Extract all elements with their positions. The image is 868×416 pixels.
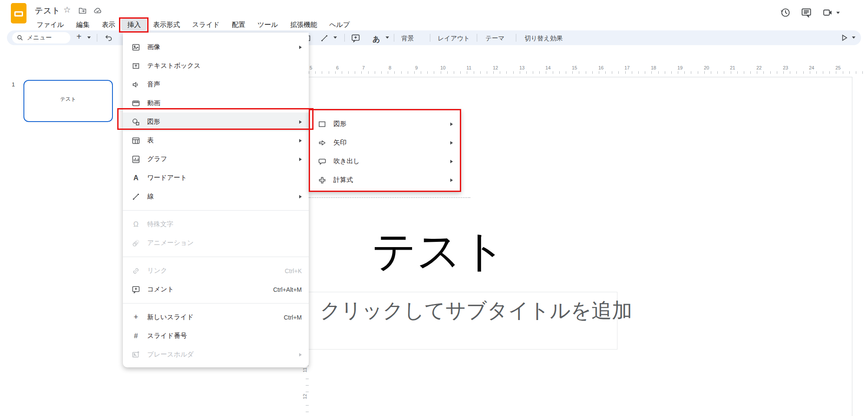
search-menus-button[interactable]: メニュー (12, 32, 70, 43)
ruler-number: 10 (440, 65, 446, 70)
menubar-edit[interactable]: 編集 (70, 19, 96, 30)
menubar-help[interactable]: ヘルプ (323, 19, 356, 30)
input-tools-caret-icon[interactable] (386, 36, 389, 39)
square-shape-icon (318, 120, 327, 129)
shortcut-label: Ctrl+K (285, 267, 302, 274)
layout-button[interactable]: レイアウト (438, 34, 470, 43)
version-history-icon[interactable] (780, 7, 791, 18)
ruler-number: 13 (519, 65, 525, 70)
vertical-ruler-number: 12 (302, 392, 307, 401)
slides-logo-icon (11, 3, 26, 23)
menubar-view[interactable]: 表示 (96, 19, 121, 30)
line-tool-icon[interactable] (320, 34, 329, 43)
theme-button[interactable]: テーマ (485, 34, 505, 43)
menu-item-image[interactable]: 画像 (123, 38, 309, 56)
ruler-number: 9 (415, 65, 418, 70)
menubar-insert[interactable]: 挿入 (121, 19, 147, 30)
menu-item-comment[interactable]: コメント Ctrl+Alt+M (123, 280, 309, 299)
undo-icon[interactable] (104, 33, 113, 42)
shapes-submenu: 図形 矢印 吹き出し 計算式 (309, 109, 461, 192)
comments-icon[interactable] (801, 7, 812, 18)
add-comment-icon[interactable] (351, 33, 360, 43)
document-title[interactable]: テスト (35, 5, 60, 17)
menu-item-slide-number[interactable]: # スライド番号 (123, 327, 309, 345)
submenu-arrow-icon (299, 158, 302, 161)
menu-item-chart[interactable]: グラフ (123, 150, 309, 168)
menu-item-table[interactable]: 表 (123, 131, 309, 150)
slide-thumbnail[interactable]: テスト (23, 80, 113, 122)
menu-separator (123, 257, 309, 257)
submenu-item-callouts[interactable]: 吹き出し (310, 152, 460, 171)
menubar-format[interactable]: 表示形式 (147, 19, 186, 30)
ruler-number: 14 (545, 65, 551, 70)
submenu-arrow-icon (299, 139, 302, 142)
menu-item-word-art[interactable]: A ワードアート (123, 168, 309, 187)
ruler-number: 19 (677, 65, 683, 70)
menubar-slide[interactable]: スライド (186, 19, 225, 30)
new-slide-caret-icon[interactable] (87, 36, 91, 39)
ruler-number: 11 (466, 65, 471, 70)
ruler-number: 16 (598, 65, 604, 70)
block-arrow-icon (318, 139, 327, 147)
horizontal-ruler (309, 71, 868, 74)
submenu-item-arrows[interactable]: 矢印 (310, 133, 460, 152)
table-icon (132, 136, 140, 145)
callout-icon (318, 157, 327, 166)
ruler-number: 18 (651, 65, 656, 70)
chart-icon (132, 155, 140, 164)
menu-bar: ファイル 編集 表示 挿入 表示形式 スライド 配置 ツール 拡張機能 ヘルプ (30, 18, 356, 30)
menubar-extensions[interactable]: 拡張機能 (284, 19, 323, 30)
menubar-arrange[interactable]: 配置 (226, 19, 251, 30)
pointer-mode-caret-icon[interactable] (852, 36, 855, 39)
move-folder-icon[interactable] (78, 6, 87, 15)
submenu-arrow-icon (299, 120, 302, 124)
submenu-arrow-icon (299, 46, 302, 49)
text-box-icon (132, 62, 140, 70)
ruler-number: 12 (493, 65, 498, 70)
menubar-tools[interactable]: ツール (251, 19, 284, 30)
shapes-icon (132, 118, 140, 126)
menubar-file[interactable]: ファイル (30, 19, 70, 30)
subtitle-placeholder-text[interactable]: クリックしてサブタイトルを追加 (320, 297, 632, 324)
star-icon[interactable]: ☆ (63, 5, 71, 15)
ruler-number: 7 (362, 65, 365, 70)
ruler-number: 5 (310, 65, 312, 70)
animation-icon (132, 239, 140, 248)
menu-item-shape[interactable]: 図形 (123, 112, 309, 131)
audio-icon (132, 80, 140, 89)
ruler-number: 17 (624, 65, 630, 70)
camera-dropdown-caret-icon[interactable] (836, 12, 840, 14)
input-tools-button[interactable]: あ (373, 34, 380, 44)
slide-title-text[interactable]: テスト (309, 222, 569, 281)
transition-button[interactable]: 切り替え効果 (525, 34, 563, 43)
ruler-number: 21 (730, 65, 735, 70)
cloud-status-icon[interactable] (93, 6, 102, 15)
link-icon (132, 267, 140, 275)
line-tool-caret-icon[interactable] (333, 36, 337, 39)
menu-item-new-slide[interactable]: + 新しいスライド Ctrl+M (123, 308, 309, 327)
menu-item-video[interactable]: 動画 (123, 94, 309, 112)
ruler-number: 15 (572, 65, 577, 70)
word-art-icon: A (132, 174, 140, 182)
pointer-mode-icon[interactable] (840, 33, 848, 42)
submenu-arrow-icon (450, 141, 453, 145)
submenu-item-shapes[interactable]: 図形 (310, 115, 460, 133)
menu-item-special-characters: Ω 特殊文字 (123, 215, 309, 234)
ruler-number: 23 (783, 65, 788, 70)
meet-camera-icon[interactable] (822, 7, 834, 18)
menu-item-text-box[interactable]: テキストボックス (123, 56, 309, 75)
menu-separator (123, 210, 309, 211)
menu-item-audio[interactable]: 音声 (123, 75, 309, 94)
shortcut-label: Ctrl+M (284, 314, 302, 321)
menu-item-line[interactable]: 線 (123, 187, 309, 206)
menu-item-link: リンク Ctrl+K (123, 261, 309, 280)
shortcut-label: Ctrl+Alt+M (273, 286, 302, 293)
search-menus-label: メニュー (27, 34, 52, 42)
title-placeholder-edge (309, 197, 470, 198)
menu-item-animation: アニメーション (123, 234, 309, 252)
new-slide-button[interactable]: + (76, 32, 82, 42)
insert-menu: 画像 テキストボックス 音声 動画 図 (123, 33, 309, 367)
submenu-item-equation[interactable]: 計算式 (310, 171, 460, 189)
background-button[interactable]: 背景 (401, 34, 414, 43)
ruler-number: 20 (704, 65, 709, 70)
